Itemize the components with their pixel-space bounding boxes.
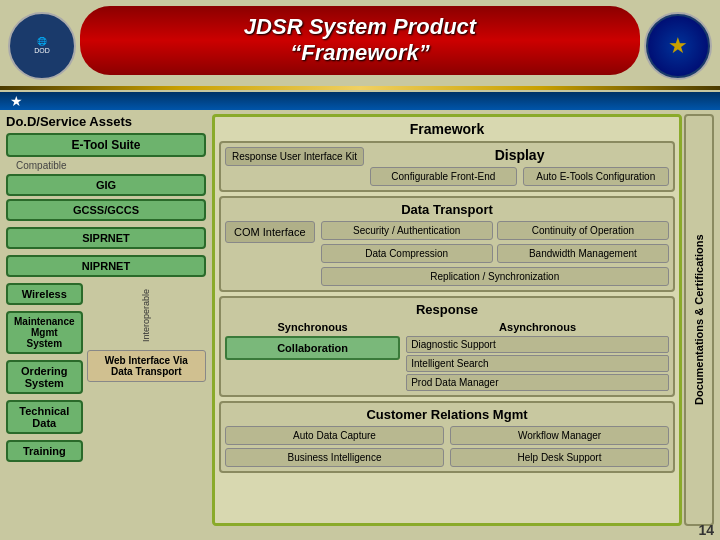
response-inner: Synchronous Collaboration Asynchronous D… bbox=[225, 321, 669, 391]
maintenance-box: Maintenance Mgmt System bbox=[6, 311, 83, 354]
display-row: Configurable Front-End Auto E-Tools Conf… bbox=[370, 167, 669, 186]
framework-label: Framework bbox=[219, 121, 675, 137]
display-title: Display bbox=[370, 147, 669, 163]
web-interface-col: Interoperable Web Interface Via Data Tra… bbox=[87, 283, 206, 382]
auto-etools-cell: Auto E-Tools Configuration bbox=[523, 167, 669, 186]
interoperable-label: Interoperable bbox=[141, 289, 151, 342]
header-banner: JDSR System Product “Framework” bbox=[80, 6, 640, 75]
help-desk-cell: Help Desk Support bbox=[450, 448, 669, 467]
ordering-box: Ordering System bbox=[6, 360, 83, 394]
wireless-box: Wireless bbox=[6, 283, 83, 305]
web-interface-box: Web Interface Via Data Transport bbox=[87, 350, 206, 382]
compatible-label: Compatible bbox=[16, 160, 67, 171]
display-section: Response User Interface Kit Display Conf… bbox=[219, 141, 675, 192]
main-content: Do.D/Service Assets E-Tool Suite Compati… bbox=[0, 110, 720, 528]
workflow-cell: Workflow Manager bbox=[450, 426, 669, 445]
prod-data-item: Prod Data Manager bbox=[406, 374, 669, 391]
continuity-cell: Continuity of Operation bbox=[497, 221, 669, 240]
synchronous-label: Synchronous bbox=[225, 321, 400, 333]
crm-left-col: Auto Data Capture Business Intelligence bbox=[225, 426, 444, 467]
bandwidth-cell: Bandwidth Management bbox=[497, 244, 669, 263]
crm-inner: Auto Data Capture Business Intelligence … bbox=[225, 426, 669, 467]
data-compression-cell: Data Compression bbox=[321, 244, 493, 263]
bottom-green-boxes: Wireless Maintenance Mgmt System Orderin… bbox=[6, 283, 83, 465]
framework-panel: Framework Response User Interface Kit Di… bbox=[212, 114, 682, 526]
header-title: JDSR System Product “Framework” bbox=[100, 14, 620, 67]
e-tool-suite-box: E-Tool Suite bbox=[6, 133, 206, 157]
gig-box: GIG bbox=[6, 174, 206, 196]
security-auth-cell: Security / Authentication bbox=[321, 221, 493, 240]
sync-col: Synchronous Collaboration bbox=[225, 321, 400, 391]
blue-strip: ★ bbox=[0, 92, 720, 110]
replication-cell: Replication / Synchronization bbox=[321, 267, 669, 286]
docs-sidebar: Documentations & Certifications bbox=[684, 114, 714, 526]
configurable-cell: Configurable Front-End bbox=[370, 167, 516, 186]
page-number: 14 bbox=[698, 522, 714, 538]
crm-title: Customer Relations Mgmt bbox=[225, 407, 669, 422]
response-section: Response Synchronous Collaboration Async… bbox=[219, 296, 675, 397]
dt-grid: Security / Authentication Continuity of … bbox=[321, 221, 669, 286]
async-col: Asynchronous Diagnostic Support Intellig… bbox=[406, 321, 669, 391]
logo-left-text: 🌐DOD bbox=[34, 37, 50, 55]
crm-section: Customer Relations Mgmt Auto Data Captur… bbox=[219, 401, 675, 473]
siprnet-box: SIPRNET bbox=[6, 227, 206, 249]
intelligent-item: Intelligent Search bbox=[406, 355, 669, 372]
response-ui-box: Response User Interface Kit bbox=[225, 147, 364, 166]
collaboration-box: Collaboration bbox=[225, 336, 400, 360]
asynchronous-label: Asynchronous bbox=[406, 321, 669, 333]
dt-inner: COM Interface Security / Authentication … bbox=[225, 221, 669, 286]
star-icon: ★ bbox=[10, 93, 23, 109]
logo-left: 🌐DOD bbox=[8, 12, 76, 80]
gold-divider bbox=[0, 86, 720, 90]
diagnostic-item: Diagnostic Support bbox=[406, 336, 669, 353]
com-interface-box: COM Interface bbox=[225, 221, 315, 243]
right-area: Framework Response User Interface Kit Di… bbox=[212, 114, 714, 526]
data-transport-section: Data Transport COM Interface Security / … bbox=[219, 196, 675, 292]
left-green-boxes: GCSS/GCCS SIPRNET NIPRNET bbox=[6, 199, 206, 280]
gcss-box: GCSS/GCCS bbox=[6, 199, 206, 221]
auto-capture-cell: Auto Data Capture bbox=[225, 426, 444, 445]
technical-data-box: Technical Data bbox=[6, 400, 83, 434]
logo-right: ★ bbox=[644, 12, 712, 80]
logo-right-inner: ★ bbox=[648, 16, 708, 76]
dod-label: Do.D/Service Assets bbox=[6, 114, 206, 129]
response-title: Response bbox=[225, 302, 669, 317]
niprnet-box: NIPRNET bbox=[6, 255, 206, 277]
data-transport-title: Data Transport bbox=[225, 202, 669, 217]
training-box: Training bbox=[6, 440, 83, 462]
async-items: Diagnostic Support Intelligent Search Pr… bbox=[406, 336, 669, 391]
left-panel: Do.D/Service Assets E-Tool Suite Compati… bbox=[6, 114, 206, 526]
display-inner: Display Configurable Front-End Auto E-To… bbox=[370, 147, 669, 186]
business-intel-cell: Business Intelligence bbox=[225, 448, 444, 467]
crm-right-col: Workflow Manager Help Desk Support bbox=[450, 426, 669, 467]
